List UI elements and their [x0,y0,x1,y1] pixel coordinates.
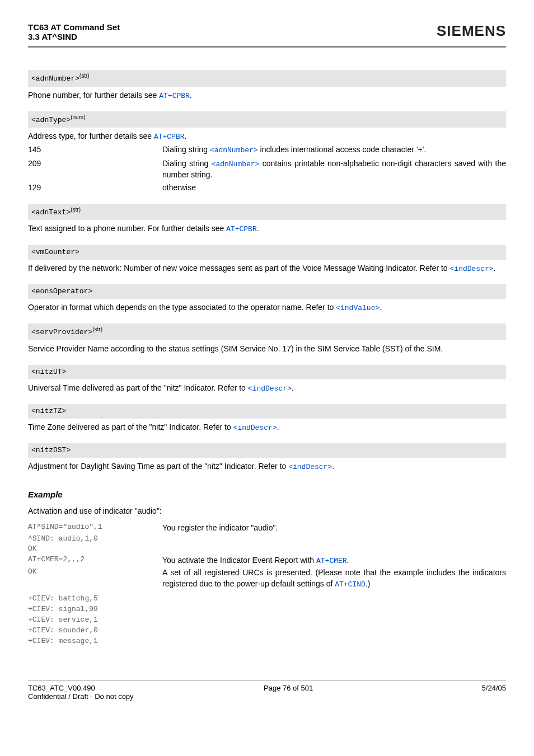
page-header: TC63 AT Command Set 3.3 AT^SIND SIEMENS [28,22,506,41]
text: . [347,556,349,565]
doc-title: TC63 AT Command Set [28,22,120,32]
param-header-eonsoperator: <eonsOperator> [28,284,506,299]
link-atcmer[interactable]: AT+CMER [316,557,347,565]
param-desc: Universal Time delivered as part of the … [28,383,506,394]
text: . [185,132,187,140]
text: . [257,224,259,233]
text: You activate the Indicator Event Report … [162,556,316,565]
example-command: +CIEV: message,1 [28,636,162,647]
doc-section: 3.3 AT^SIND [28,32,120,41]
example-command: +CIEV: sounder,0 [28,626,162,636]
text: . [494,264,496,273]
param-header-nitzut: <nitzUT> [28,365,506,379]
text: . [380,303,382,312]
param-header-vmcounter: <vmCounter> [28,245,506,260]
link-atcind[interactable]: AT+CIND [335,580,366,589]
footer-right: 5/24/05 [482,684,506,692]
param-desc: Adjustment for Daylight Saving Time as p… [28,461,506,472]
example-row: OK [28,544,506,555]
text: Address type, for further details see [28,132,154,140]
param-type: (str) [92,326,102,332]
example-row: +CIEV: service,1 [28,615,506,626]
header-left: TC63 AT Command Set 3.3 AT^SIND [28,22,120,41]
text: A set of all registered URCs is presente… [162,568,506,588]
text: . [332,462,334,471]
text: . [277,422,279,431]
param-type: (str) [79,73,90,79]
link-inddescr[interactable]: <indDescr> [288,463,332,471]
text: Phone number, for further details see [28,91,159,100]
param-name: <nitzUT> [31,368,66,376]
text: Operator in format which depends on the … [28,303,336,312]
example-row: AT+CMER=2,,,2 You activate the Indicator… [28,555,506,567]
example-intro: Activation and use of indicator "audio": [28,506,506,517]
param-desc: Text assigned to a phone number. For fur… [28,223,506,234]
param-name: <vmCounter> [31,248,79,256]
link-atcpbr[interactable]: AT+CPBR [154,133,185,141]
link-adnnumber[interactable]: <adnNumber> [212,160,260,168]
link-indvalue[interactable]: <indValue> [336,304,380,312]
footer-left: TC63_ATC_V00.490 [28,684,95,692]
param-name: <adnType> [31,116,71,124]
footer-center: Page 76 of 501 [264,684,313,692]
example-command: AT+CMER=2,,,2 [28,555,162,565]
text: Time Zone delivered as part of the "nitz… [28,422,233,431]
param-header-nitzdst: <nitzDST> [28,443,506,458]
value-key: 129 [28,182,162,194]
param-name: <nitzDST> [31,446,71,454]
example-command: +CIEV: signal,99 [28,604,162,615]
param-desc: Time Zone delivered as part of the "nitz… [28,422,506,433]
link-inddescr[interactable]: <indDescr> [233,424,277,432]
text: Dialing string [162,145,210,154]
text: Universal Time delivered as part of the … [28,383,248,392]
param-desc: Operator in format which depends on the … [28,302,506,313]
text: . [190,91,192,100]
value-row: 129 otherwise [28,182,506,194]
example-command: AT^SIND="audio",1 [28,522,162,533]
param-name: <eonsOperator> [31,287,92,295]
value-key: 209 [28,158,162,181]
param-desc: Address type, for further details see AT… [28,131,506,142]
text: . [292,383,294,392]
example-command: OK [28,567,162,577]
text: Text assigned to a phone number. For fur… [28,224,226,233]
link-inddescr[interactable]: <indDescr> [248,384,292,393]
text: If delivered by the network: Number of n… [28,264,450,273]
example-row: +CIEV: message,1 [28,636,506,647]
param-type: (num) [71,114,85,120]
param-name: <adnText> [31,208,71,217]
footer-divider [28,680,506,680]
value-key: 145 [28,144,162,156]
example-note: You activate the Indicator Event Report … [162,555,506,567]
link-adnnumber[interactable]: <adnNumber> [210,146,258,154]
text: includes international access code chara… [258,145,427,154]
example-row: +CIEV: signal,99 [28,604,506,615]
example-command: OK [28,544,162,555]
footer-row: TC63_ATC_V00.490 Page 76 of 501 5/24/05 [28,684,506,692]
param-desc: Service Provider Name according to the s… [28,344,506,355]
param-name: <nitzTZ> [31,407,66,415]
text: .) [366,579,371,588]
value-row: 145 Dialing string <adnNumber> includes … [28,144,506,156]
text: Adjustment for Daylight Saving Time as p… [28,462,288,471]
brand-logo: SIEMENS [437,22,506,40]
value-desc: Dialing string <adnNumber> includes inte… [162,144,506,156]
param-header-adntext: <adnText>(str) [28,204,506,220]
param-desc: If delivered by the network: Number of n… [28,263,506,274]
link-atcpbr[interactable]: AT+CPBR [159,92,190,100]
content-body: <adnNumber>(str) Phone number, for furth… [28,70,506,646]
link-inddescr[interactable]: <indDescr> [450,265,494,273]
example-note: A set of all registered URCs is presente… [162,567,506,590]
value-desc: otherwise [162,182,506,194]
example-note: You register the indicator "audio". [162,522,506,533]
example-command: +CIEV: battchg,5 [28,594,162,604]
value-desc: Dialing string <adnNumber> contains prin… [162,158,506,181]
example-row: OK A set of all registered URCs is prese… [28,567,506,590]
example-row: ^SIND: audio,1,0 [28,534,506,544]
page-footer: TC63_ATC_V00.490 Page 76 of 501 5/24/05 … [28,680,506,701]
param-header-adntype: <adnType>(num) [28,111,506,128]
param-desc: Phone number, for further details see AT… [28,90,506,101]
header-divider [28,46,506,48]
link-atcpbr[interactable]: AT+CPBR [226,225,257,233]
value-row: 209 Dialing string <adnNumber> contains … [28,158,506,181]
